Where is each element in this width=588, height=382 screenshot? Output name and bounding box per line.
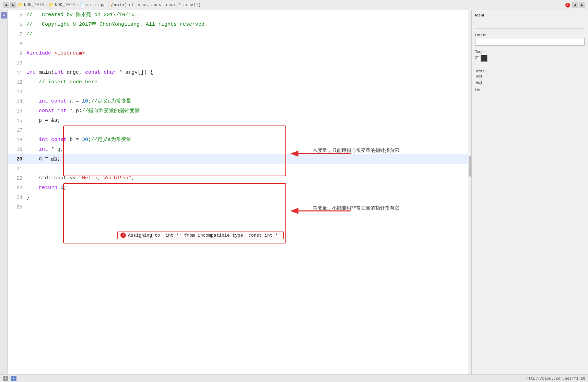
text-s-section: Text S Text Text Lin — [475, 66, 585, 92]
line-content-16: p = &a; — [26, 116, 471, 126]
bottom-icon-1[interactable]: ▲ — [3, 376, 8, 381]
line-num-6: 6 — [8, 20, 26, 29]
breadcrumb4: ƒ main(int argc, const char * argv[]) — [111, 3, 201, 8]
line-num-24: 24 — [8, 193, 26, 202]
line-num-14: 14 — [8, 97, 26, 106]
bottom-icons: ▲ ✦ — [3, 376, 16, 381]
line-num-23: 23 — [8, 183, 26, 193]
breadcrumb-func[interactable]: main(int argc, const char * argv[]) — [114, 3, 201, 8]
line-num-15: 15 — [8, 106, 26, 116]
text-s-label: Text S — [475, 69, 585, 73]
line-num-13: 13 — [8, 87, 26, 97]
status-bar: ▲ ✦ http://blog.csdn.net/Y1_20 — [0, 374, 588, 382]
code-line-20: 20 q = &b; — [8, 154, 471, 164]
line-content-22: std::cout << "Hello, World!\n"; — [26, 174, 471, 183]
line-num-16: 16 — [8, 116, 26, 126]
breadcrumb-sep3: › — [107, 3, 109, 7]
line-num-21: 21 — [8, 164, 26, 174]
code-line-25: 25 — [8, 202, 471, 212]
line-num-20: 20 — [8, 154, 26, 164]
ident-title: Ident — [475, 13, 585, 17]
code-line-12: 12 // insert code here... — [8, 77, 471, 87]
breadcrumb-folder1[interactable]: NDK_1016 — [24, 3, 44, 8]
line-num-10: 10 — [8, 58, 26, 68]
line-num-19: 19 — [8, 145, 26, 154]
line-content-7: // — [26, 29, 471, 39]
nav-back-button[interactable]: ◀ — [3, 2, 9, 8]
code-line-17: 17 — [8, 126, 471, 135]
top-bar: ◀ ▶ 📁 NDK_1016 › 📁 NDK_1016 › 📄 main.cpp… — [0, 0, 588, 10]
line-content-11: int main(int argc, const char * argv[]) … — [26, 68, 471, 77]
main-layout: M 5 // Created by 陈永亮 on 2017/10/16. 6 /… — [0, 10, 588, 374]
code-line-7: 7 // — [8, 29, 471, 39]
code-line-22: 22 std::cout << "Hello, World!\n"; — [8, 174, 471, 183]
breadcrumb3: 📄 main.cpp — [80, 2, 106, 8]
nav-next-error[interactable]: ▶ — [579, 2, 585, 8]
status-url: http://blog.csdn.net/Y1_20 — [526, 377, 585, 381]
breadcrumb-folder2[interactable]: NDK_1016 — [55, 3, 75, 8]
line-num-8: 8 — [8, 39, 26, 49]
error-icon: ! — [120, 232, 126, 238]
code-line-19: 19 int * q; — [8, 145, 471, 154]
error-badge: ! — [565, 3, 570, 8]
target-checkbox[interactable]: ✓ — [475, 56, 479, 60]
breadcrumb: 📁 NDK_1016 — [18, 2, 44, 8]
left-sidebar: M — [0, 10, 8, 374]
only-input[interactable] — [475, 38, 585, 46]
m-button[interactable]: M — [1, 12, 7, 19]
line-content-15: const int * p;//指向常变量的指针变量 — [26, 106, 471, 116]
line-content-20: q = &b; — [26, 154, 471, 164]
text-row-2: Text — [475, 80, 585, 85]
editor-area[interactable]: 5 // Created by 陈永亮 on 2017/10/16. 6 // … — [8, 10, 471, 374]
ident-section: Ident — [475, 13, 585, 29]
nav-forward-button[interactable]: ▶ — [10, 2, 16, 8]
bottom-icon-2[interactable]: ✦ — [11, 376, 16, 381]
breadcrumb-sep1: › — [45, 3, 48, 7]
nav-prev-error[interactable]: ◀ — [572, 2, 578, 8]
line-content-14: int const a = 10;//定义a为常变量 — [26, 97, 471, 106]
line-content-9: #include <iostream> — [26, 49, 471, 58]
line-content-18: int const b = 30;//定义a为常变量 — [26, 135, 471, 145]
text-label-2: Text — [475, 80, 482, 84]
line-num-22: 22 — [8, 174, 26, 183]
code-line-15: 15 const int * p;//指向常变量的指针变量 — [8, 106, 471, 116]
line-num-17: 17 — [8, 126, 26, 135]
error-tooltip: ! Assigning to 'int *' from incompatible… — [117, 231, 284, 239]
code-line-9: 9 #include <iostream> — [8, 49, 471, 58]
line-num-5: 5 — [8, 10, 26, 20]
code-line-13: 13 — [8, 87, 471, 97]
code-line-16: 16 p = &a; — [8, 116, 471, 126]
breadcrumb-file[interactable]: main.cpp — [86, 3, 106, 8]
code-line-23: 23 return 0; — [8, 183, 471, 193]
code-line-18: 18 int const b = 30;//定义a为常变量 — [8, 135, 471, 145]
line-num-12: 12 — [8, 77, 26, 87]
top-bar-right: ! ◀ ▶ — [565, 2, 585, 8]
code-line-8: 8 — [8, 39, 471, 49]
error-message: Assigning to 'int *' from incompatible t… — [128, 233, 281, 238]
breadcrumb2: 📁 NDK_1016 — [49, 2, 75, 8]
line-num-7: 7 — [8, 29, 26, 39]
line-num-11: 11 — [8, 68, 26, 77]
scrollbar-track[interactable] — [468, 10, 471, 374]
code-line-14: 14 int const a = 10;//定义a为常变量 — [8, 97, 471, 106]
code-line-11: 11 int main(int argc, const char * argv[… — [8, 68, 471, 77]
code-line-24: 24 } — [8, 193, 471, 202]
lin-row: Lin — [475, 86, 585, 92]
breadcrumb-sep2: › — [76, 3, 79, 7]
line-content-23: return 0; — [26, 183, 471, 193]
code-line-5: 5 // Created by 陈永亮 on 2017/10/16. — [8, 10, 471, 20]
file-icon: 📄 — [80, 2, 85, 8]
scrollbar-thumb[interactable] — [469, 156, 471, 177]
line-content-5: // Created by 陈永亮 on 2017/10/16. — [26, 10, 471, 20]
line-content-19: int * q; — [26, 145, 471, 154]
line-num-25: 25 — [8, 202, 26, 212]
right-panel: Ident On De Targe ✓ Text S Text Text Lin — [471, 10, 588, 374]
target-row: ✓ — [475, 55, 585, 62]
error-count: ! — [567, 3, 568, 7]
code-container: 5 // Created by 陈永亮 on 2017/10/16. 6 // … — [8, 10, 471, 212]
lin-label: Lin — [475, 88, 480, 92]
on-demand-section: On De — [475, 33, 585, 46]
code-line-6: 6 // Copyright © 2017年 ChenYongLiang. Al… — [8, 20, 471, 29]
line-content-6: // Copyright © 2017年 ChenYongLiang. All … — [26, 20, 471, 29]
code-line-10: 10 — [8, 58, 471, 68]
